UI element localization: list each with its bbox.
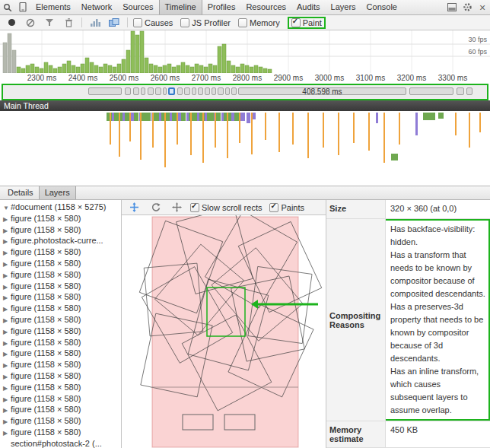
collapsed-arrow-icon[interactable]: ▶ — [3, 271, 11, 281]
pan-icon[interactable] — [126, 200, 142, 214]
collapsed-arrow-icon[interactable]: ▶ — [3, 304, 11, 314]
js-profiler-checkbox[interactable]: JS Profiler — [180, 17, 231, 29]
tab-profiles[interactable]: Profiles — [202, 0, 241, 14]
record-button[interactable] — [4, 15, 19, 30]
layer-tree-item[interactable]: ▶figure (1158 × 580) — [0, 370, 121, 382]
collapsed-arrow-icon[interactable]: ▶ — [3, 214, 11, 224]
checkbox-box[interactable] — [238, 18, 247, 27]
collapsed-arrow-icon[interactable]: ▶ — [3, 282, 11, 292]
collapsed-arrow-icon[interactable]: ▶ — [3, 226, 11, 236]
tab-details[interactable]: Details — [2, 186, 39, 199]
frames-strip[interactable]: 408.598 ms — [2, 84, 488, 100]
checkbox-box[interactable] — [180, 18, 189, 27]
layer-tree-item[interactable]: ▶figure (1158 × 580) — [0, 348, 121, 359]
frames-view-icon[interactable] — [107, 15, 122, 30]
paint-checkbox[interactable]: Paint — [288, 17, 326, 29]
selected-frame-bar[interactable] — [168, 87, 175, 95]
causes-checkbox[interactable]: Causes — [133, 17, 173, 29]
collapsed-arrow-icon[interactable]: ▶ — [3, 417, 11, 427]
collapsed-arrow-icon[interactable]: ▶ — [3, 383, 11, 393]
layer-tree-item[interactable]: ▶figure (1158 × 580) — [0, 326, 121, 337]
collapsed-arrow-icon[interactable]: ▶ — [3, 237, 11, 246]
tab-elements[interactable]: Elements — [30, 0, 76, 14]
settings-gear-icon[interactable] — [460, 0, 475, 14]
collapsed-arrow-icon[interactable]: ▶ — [3, 316, 11, 326]
frame-bar[interactable] — [192, 87, 196, 95]
layer-tree-item[interactable]: ▶figure (1158 × 580) — [0, 224, 121, 236]
flame-chart[interactable] — [0, 111, 490, 186]
collapsed-arrow-icon[interactable]: ▶ — [3, 349, 11, 359]
slow-scroll-rects-checkbox[interactable]: Slow scroll rects — [190, 202, 262, 214]
filter-icon[interactable] — [42, 15, 57, 30]
collapsed-arrow-icon[interactable]: ▶ — [3, 395, 11, 405]
frame-bar[interactable] — [409, 87, 453, 95]
console-drawer-icon[interactable] — [444, 0, 460, 14]
frame-bar[interactable] — [88, 87, 122, 95]
tab-network[interactable]: Network — [76, 0, 117, 14]
tab-layers[interactable]: Layers — [39, 186, 76, 199]
frame-bar[interactable] — [466, 87, 473, 95]
frame-bar[interactable] — [184, 87, 190, 95]
layer-tree-item[interactable]: ▶figure (1158 × 580) — [0, 359, 121, 370]
tab-console[interactable]: Console — [361, 0, 402, 14]
frame-bar[interactable] — [457, 87, 464, 95]
frame-bar[interactable] — [155, 87, 161, 95]
paints-checkbox[interactable]: Paints — [269, 202, 304, 214]
collapsed-arrow-icon[interactable]: ▶ — [3, 372, 11, 382]
layer-tree-item[interactable]: ▶figure.photostack-curre... — [0, 235, 121, 246]
device-mode-icon[interactable] — [15, 0, 30, 14]
layer-tree-item[interactable]: ▶figure (1158 × 580) — [0, 213, 121, 224]
layer-tree-item[interactable]: ▶figure (1158 × 580) — [0, 303, 121, 314]
checkbox-box[interactable] — [269, 203, 278, 212]
frame-bar[interactable] — [212, 87, 216, 95]
frame-bar[interactable] — [177, 87, 183, 95]
layer-canvas-area[interactable] — [122, 215, 326, 448]
layer-tree-item[interactable]: ▶figure (1158 × 580) — [0, 427, 121, 438]
layer-tree-item[interactable]: ▶figure (1158 × 580) — [0, 314, 121, 326]
timeline-overview[interactable]: 30 fps60 fps — [0, 30, 490, 73]
memory-checkbox[interactable]: Memory — [238, 17, 280, 29]
tab-resources[interactable]: Resources — [240, 0, 291, 14]
collapsed-arrow-icon[interactable]: ▶ — [3, 361, 11, 370]
collapsed-arrow-icon[interactable]: ▶ — [3, 405, 11, 415]
tab-sources[interactable]: Sources — [117, 0, 158, 14]
layer-tree-item[interactable]: ▶figure (1158 × 580) — [0, 258, 121, 269]
frame-bar[interactable] — [125, 87, 131, 95]
frame-bar[interactable] — [225, 87, 230, 95]
checkbox-box[interactable] — [133, 18, 142, 27]
frame-bar[interactable] — [205, 87, 210, 95]
collapsed-arrow-icon[interactable]: ▶ — [3, 338, 11, 348]
collapsed-arrow-icon[interactable]: ▶ — [3, 293, 11, 303]
tab-timeline[interactable]: Timeline — [159, 0, 202, 14]
collapsed-arrow-icon[interactable]: ▶ — [3, 259, 11, 269]
frame-bar[interactable] — [231, 87, 237, 95]
layer-tree-item[interactable]: ▶figure (1158 × 580) — [0, 281, 121, 292]
expanded-arrow-icon[interactable]: ▼ — [3, 203, 11, 213]
collapsed-arrow-icon[interactable]: ▶ — [3, 248, 11, 258]
frame-bar[interactable] — [133, 87, 139, 95]
layer-tree-item[interactable]: ▶figure (1158 × 580) — [0, 291, 121, 303]
frame-bar[interactable] — [198, 87, 203, 95]
collapsed-arrow-icon[interactable]: ▶ — [3, 428, 11, 438]
frame-bar[interactable] — [141, 87, 145, 95]
layer-tree-item[interactable]: ▶figure (1158 × 580) — [0, 382, 121, 393]
events-view-icon[interactable] — [88, 15, 103, 30]
frame-bar[interactable] — [218, 87, 224, 95]
layer-tree-item[interactable]: ▶figure (1158 × 580) — [0, 269, 121, 281]
frame-bar[interactable] — [163, 87, 167, 95]
collapsed-arrow-icon[interactable]: ▶ — [3, 327, 11, 337]
tab-audits[interactable]: Audits — [291, 0, 326, 14]
tab-layers[interactable]: Layers — [326, 0, 361, 14]
layer-tree-item[interactable]: ▶figure (1158 × 580) — [0, 404, 121, 415]
layer-tree-item[interactable]: ▶figure (1158 × 580) — [0, 337, 121, 348]
clear-recording-button[interactable] — [23, 15, 38, 30]
checkbox-box[interactable] — [291, 18, 301, 27]
frame-bar[interactable] — [148, 87, 154, 95]
move-icon[interactable] — [169, 200, 184, 214]
close-icon[interactable]: × — [475, 0, 490, 14]
layer-tree-item[interactable]: ▶figure (1158 × 580) — [0, 393, 121, 405]
checkbox-box[interactable] — [190, 203, 199, 212]
layer-tree-item[interactable]: ▶figure (1158 × 580) — [0, 246, 121, 258]
layer-tree-item[interactable]: ▼#document (1158 × 5275) — [0, 202, 121, 213]
layer-tree-item[interactable]: ▶figure (1158 × 580) — [0, 415, 121, 427]
